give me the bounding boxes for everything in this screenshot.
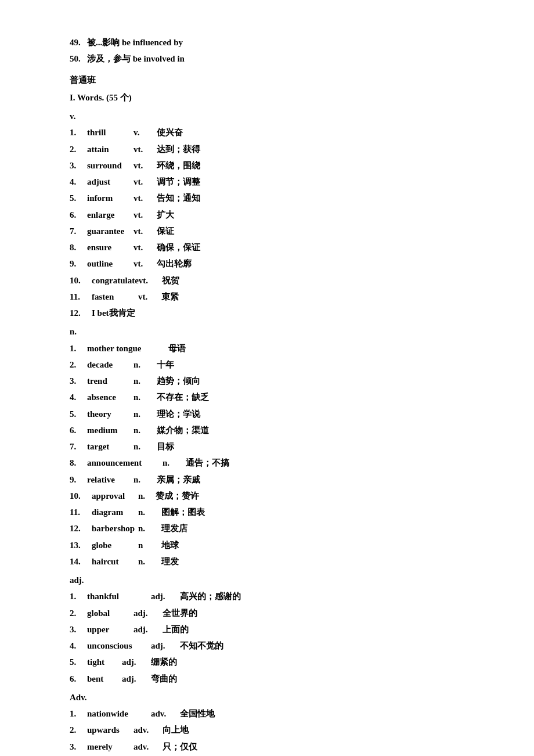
item-50-text: 涉及，参与 be involved in bbox=[87, 51, 185, 66]
item-49: 49. 被...影响 be influenced by bbox=[70, 35, 464, 50]
words-header: I. Words. (55 个) bbox=[70, 90, 464, 105]
part-n-items: 1. mother tongue 母语 2. decade n. 十年 3. t… bbox=[70, 341, 464, 570]
n-item-6: 6. medium n. 媒介物；渠道 bbox=[70, 423, 464, 438]
item-49-num: 49. bbox=[70, 35, 87, 50]
item-50: 50. 涉及，参与 be involved in bbox=[70, 51, 464, 66]
adj-item-2: 2. global adj. 全世界的 bbox=[70, 606, 464, 621]
v-item-2: 2. attain vt. 达到；获得 bbox=[70, 142, 464, 157]
adj-item-1: 1. thankful adj. 高兴的；感谢的 bbox=[70, 589, 464, 604]
item-49-text: 被...影响 be influenced by bbox=[87, 35, 183, 50]
n-item-3: 3. trend n. 趋势；倾向 bbox=[70, 373, 464, 388]
v-item-7: 7. guarantee vt. 保证 bbox=[70, 224, 464, 239]
adv-item-2: 2. upwards adv. 向上地 bbox=[70, 722, 464, 737]
part-adv-items: 1. nationwide adv. 全国性地 2. upwards adv. … bbox=[70, 706, 464, 754]
v-item-9: 9. outline vt. 勾出轮廓 bbox=[70, 256, 464, 271]
n-item-4: 4. absence n. 不存在；缺乏 bbox=[70, 390, 464, 405]
adj-item-4: 4. unconscious adj. 不知不觉的 bbox=[70, 638, 464, 653]
v-item-4: 4. adjust vt. 调节；调整 bbox=[70, 174, 464, 189]
n-item-5: 5. theory n. 理论；学说 bbox=[70, 406, 464, 422]
part-v-label: v. bbox=[70, 109, 464, 124]
part-n-label: n. bbox=[70, 324, 464, 339]
n-item-14: 14. haircut n. 理发 bbox=[70, 554, 464, 569]
v-item-12: 12. I bet我肯定 bbox=[70, 305, 464, 321]
adv-item-1: 1. nationwide adv. 全国性地 bbox=[70, 706, 464, 721]
adv-item-3: 3. merely adv. 只；仅仅 bbox=[70, 739, 464, 754]
adj-item-5: 5. tight adj. 绷紧的 bbox=[70, 654, 464, 669]
v-item-3: 3. surround vt. 环绕，围绕 bbox=[70, 158, 464, 173]
part-adv-label: Adv. bbox=[70, 690, 464, 705]
n-item-7: 7. target n. 目标 bbox=[70, 439, 464, 454]
v-item-5: 5. inform vt. 告知；通知 bbox=[70, 190, 464, 206]
part-adj-label: adj. bbox=[70, 573, 464, 588]
v-item-11: 11. fasten vt. 束紧 bbox=[70, 289, 464, 304]
n-item-13: 13. globe n 地球 bbox=[70, 538, 464, 553]
adj-item-6: 6. bent adj. 弯曲的 bbox=[70, 671, 464, 686]
item-50-num: 50. bbox=[70, 51, 87, 66]
n-item-11: 11. diagram n. 图解；图表 bbox=[70, 505, 464, 520]
v-item-6: 6. enlarge vt. 扩大 bbox=[70, 207, 464, 222]
part-adj-items: 1. thankful adj. 高兴的；感谢的 2. global adj. … bbox=[70, 589, 464, 686]
n-item-2: 2. decade n. 十年 bbox=[70, 357, 464, 372]
v-item-1: 1. thrill v. 使兴奋 bbox=[70, 125, 464, 140]
adj-item-3: 3. upper adj. 上面的 bbox=[70, 622, 464, 637]
n-item-9: 9. relative n. 亲属；亲戚 bbox=[70, 472, 464, 487]
n-item-10: 10. approval n. 赞成；赞许 bbox=[70, 488, 464, 503]
page-content: 49. 被...影响 be influenced by 50. 涉及，参与 be… bbox=[70, 35, 464, 754]
v-item-8: 8. ensure vt. 确保，保证 bbox=[70, 240, 464, 255]
section-title: 普通班 bbox=[70, 73, 464, 88]
part-v-items: 1. thrill v. 使兴奋 2. attain vt. 达到；获得 3. … bbox=[70, 125, 464, 321]
n-item-1: 1. mother tongue 母语 bbox=[70, 341, 464, 356]
n-item-12: 12. barbershop n. 理发店 bbox=[70, 521, 464, 536]
v-item-10: 10. congratulate vt. 祝贺 bbox=[70, 273, 464, 288]
header-section: 49. 被...影响 be influenced by 50. 涉及，参与 be… bbox=[70, 35, 464, 67]
n-item-8: 8. announcement n. 通告；不搞 bbox=[70, 455, 464, 470]
